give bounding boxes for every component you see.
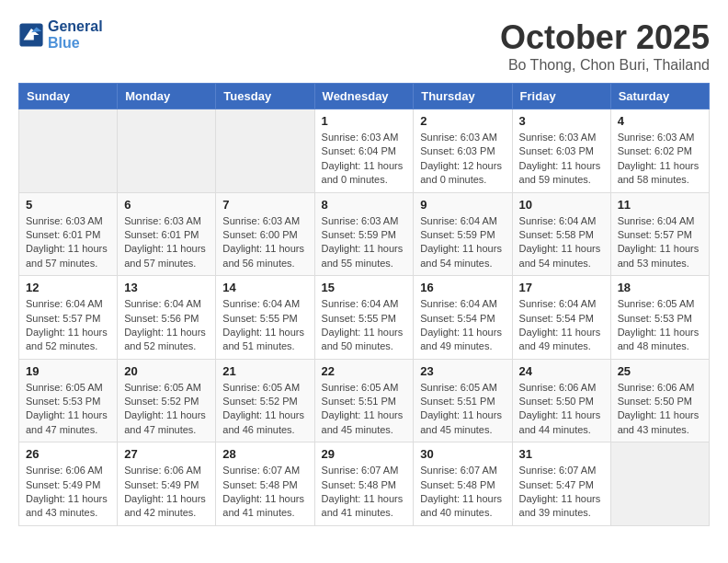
calendar-cell: 15Sunrise: 6:04 AM Sunset: 5:55 PM Dayli…	[314, 276, 414, 360]
title-block: October 2025 Bo Thong, Chon Buri, Thaila…	[500, 18, 710, 74]
day-info: Sunrise: 6:05 AM Sunset: 5:53 PM Dayligh…	[618, 297, 702, 354]
day-info: Sunrise: 6:03 AM Sunset: 6:03 PM Dayligh…	[519, 131, 604, 188]
calendar-week-row: 26Sunrise: 6:06 AM Sunset: 5:49 PM Dayli…	[19, 442, 710, 526]
calendar-cell: 10Sunrise: 6:04 AM Sunset: 5:58 PM Dayli…	[512, 192, 610, 276]
calendar-cell: 20Sunrise: 6:05 AM Sunset: 5:52 PM Dayli…	[118, 359, 216, 442]
weekday-header: Thursday	[414, 84, 512, 109]
day-info: Sunrise: 6:05 AM Sunset: 5:52 PM Dayligh…	[222, 381, 307, 438]
day-info: Sunrise: 6:05 AM Sunset: 5:51 PM Dayligh…	[420, 381, 505, 438]
calendar-week-row: 12Sunrise: 6:04 AM Sunset: 5:57 PM Dayli…	[19, 276, 710, 360]
day-number: 9	[420, 198, 505, 212]
calendar-cell	[19, 109, 118, 193]
weekday-header: Monday	[118, 84, 216, 109]
day-number: 13	[124, 281, 209, 294]
calendar-cell: 8Sunrise: 6:03 AM Sunset: 5:59 PM Daylig…	[314, 192, 414, 276]
calendar-cell: 30Sunrise: 6:07 AM Sunset: 5:48 PM Dayli…	[414, 442, 512, 526]
calendar-cell: 9Sunrise: 6:04 AM Sunset: 5:59 PM Daylig…	[414, 192, 512, 276]
day-info: Sunrise: 6:04 AM Sunset: 5:58 PM Dayligh…	[519, 214, 604, 271]
day-number: 20	[124, 364, 209, 378]
day-info: Sunrise: 6:04 AM Sunset: 5:56 PM Dayligh…	[124, 297, 209, 354]
day-number: 10	[519, 198, 604, 212]
day-info: Sunrise: 6:03 AM Sunset: 6:04 PM Dayligh…	[322, 131, 407, 188]
day-info: Sunrise: 6:07 AM Sunset: 5:48 PM Dayligh…	[222, 464, 307, 521]
calendar-cell	[216, 109, 314, 193]
day-number: 29	[322, 447, 407, 461]
day-info: Sunrise: 6:06 AM Sunset: 5:50 PM Dayligh…	[519, 381, 604, 438]
day-info: Sunrise: 6:05 AM Sunset: 5:53 PM Dayligh…	[26, 381, 110, 438]
day-number: 4	[618, 114, 702, 128]
calendar-cell: 14Sunrise: 6:04 AM Sunset: 5:55 PM Dayli…	[216, 276, 314, 360]
day-number: 14	[222, 281, 307, 294]
day-info: Sunrise: 6:06 AM Sunset: 5:50 PM Dayligh…	[618, 381, 702, 438]
day-number: 24	[519, 364, 604, 378]
calendar-cell: 28Sunrise: 6:07 AM Sunset: 5:48 PM Dayli…	[216, 442, 314, 526]
weekday-header: Wednesday	[314, 84, 414, 109]
day-info: Sunrise: 6:04 AM Sunset: 5:57 PM Dayligh…	[618, 214, 702, 271]
calendar-cell: 26Sunrise: 6:06 AM Sunset: 5:49 PM Dayli…	[19, 442, 118, 526]
logo: General Blue	[18, 18, 103, 52]
weekday-header: Saturday	[610, 84, 709, 109]
day-info: Sunrise: 6:04 AM Sunset: 5:55 PM Dayligh…	[322, 297, 407, 354]
day-number: 2	[420, 114, 505, 128]
day-info: Sunrise: 6:03 AM Sunset: 6:03 PM Dayligh…	[420, 131, 505, 188]
weekday-header: Sunday	[19, 84, 118, 109]
day-number: 19	[26, 364, 110, 378]
day-number: 26	[26, 447, 110, 461]
day-number: 25	[618, 364, 702, 378]
calendar-cell: 24Sunrise: 6:06 AM Sunset: 5:50 PM Dayli…	[512, 359, 610, 442]
calendar-cell: 21Sunrise: 6:05 AM Sunset: 5:52 PM Dayli…	[216, 359, 314, 442]
day-info: Sunrise: 6:04 AM Sunset: 5:54 PM Dayligh…	[420, 297, 505, 354]
day-info: Sunrise: 6:06 AM Sunset: 5:49 PM Dayligh…	[26, 464, 110, 521]
calendar-cell: 16Sunrise: 6:04 AM Sunset: 5:54 PM Dayli…	[414, 276, 512, 360]
calendar-week-row: 1Sunrise: 6:03 AM Sunset: 6:04 PM Daylig…	[19, 109, 710, 193]
calendar-cell: 25Sunrise: 6:06 AM Sunset: 5:50 PM Dayli…	[610, 359, 709, 442]
calendar-cell: 7Sunrise: 6:03 AM Sunset: 6:00 PM Daylig…	[216, 192, 314, 276]
calendar-cell	[118, 109, 216, 193]
day-number: 8	[322, 198, 407, 212]
day-number: 12	[26, 281, 110, 294]
day-number: 11	[618, 198, 702, 212]
day-info: Sunrise: 6:03 AM Sunset: 6:00 PM Dayligh…	[222, 214, 307, 271]
calendar-cell: 23Sunrise: 6:05 AM Sunset: 5:51 PM Dayli…	[414, 359, 512, 442]
calendar-cell: 18Sunrise: 6:05 AM Sunset: 5:53 PM Dayli…	[610, 276, 709, 360]
calendar-cell: 27Sunrise: 6:06 AM Sunset: 5:49 PM Dayli…	[118, 442, 216, 526]
day-number: 1	[322, 114, 407, 128]
calendar-cell: 5Sunrise: 6:03 AM Sunset: 6:01 PM Daylig…	[19, 192, 118, 276]
calendar-cell	[610, 442, 709, 526]
calendar-week-row: 19Sunrise: 6:05 AM Sunset: 5:53 PM Dayli…	[19, 359, 710, 442]
day-number: 22	[322, 364, 407, 378]
calendar-cell: 22Sunrise: 6:05 AM Sunset: 5:51 PM Dayli…	[314, 359, 414, 442]
weekday-header: Friday	[512, 84, 610, 109]
calendar-cell: 17Sunrise: 6:04 AM Sunset: 5:54 PM Dayli…	[512, 276, 610, 360]
month-title: October 2025	[500, 18, 710, 57]
day-info: Sunrise: 6:06 AM Sunset: 5:49 PM Dayligh…	[124, 464, 209, 521]
day-number: 30	[420, 447, 505, 461]
day-info: Sunrise: 6:04 AM Sunset: 5:54 PM Dayligh…	[519, 297, 604, 354]
logo-text: General Blue	[48, 18, 103, 52]
calendar-cell: 13Sunrise: 6:04 AM Sunset: 5:56 PM Dayli…	[118, 276, 216, 360]
day-number: 21	[222, 364, 307, 378]
day-number: 7	[222, 198, 307, 212]
calendar-cell: 1Sunrise: 6:03 AM Sunset: 6:04 PM Daylig…	[314, 109, 414, 193]
day-info: Sunrise: 6:05 AM Sunset: 5:52 PM Dayligh…	[124, 381, 209, 438]
calendar-cell: 4Sunrise: 6:03 AM Sunset: 6:02 PM Daylig…	[610, 109, 709, 193]
day-number: 27	[124, 447, 209, 461]
day-number: 17	[519, 281, 604, 294]
calendar: SundayMondayTuesdayWednesdayThursdayFrid…	[18, 83, 710, 526]
location: Bo Thong, Chon Buri, Thailand	[500, 57, 710, 74]
day-info: Sunrise: 6:04 AM Sunset: 5:57 PM Dayligh…	[26, 297, 110, 354]
day-info: Sunrise: 6:07 AM Sunset: 5:48 PM Dayligh…	[322, 464, 407, 521]
day-info: Sunrise: 6:04 AM Sunset: 5:55 PM Dayligh…	[222, 297, 307, 354]
day-number: 6	[124, 198, 209, 212]
calendar-cell: 31Sunrise: 6:07 AM Sunset: 5:47 PM Dayli…	[512, 442, 610, 526]
calendar-header-row: SundayMondayTuesdayWednesdayThursdayFrid…	[19, 84, 710, 109]
day-number: 15	[322, 281, 407, 294]
day-info: Sunrise: 6:07 AM Sunset: 5:47 PM Dayligh…	[519, 464, 604, 521]
day-number: 3	[519, 114, 604, 128]
day-info: Sunrise: 6:03 AM Sunset: 6:01 PM Dayligh…	[26, 214, 110, 271]
calendar-week-row: 5Sunrise: 6:03 AM Sunset: 6:01 PM Daylig…	[19, 192, 710, 276]
day-number: 18	[618, 281, 702, 294]
day-number: 31	[519, 447, 604, 461]
day-info: Sunrise: 6:05 AM Sunset: 5:51 PM Dayligh…	[322, 381, 407, 438]
day-info: Sunrise: 6:03 AM Sunset: 6:02 PM Dayligh…	[618, 131, 702, 188]
